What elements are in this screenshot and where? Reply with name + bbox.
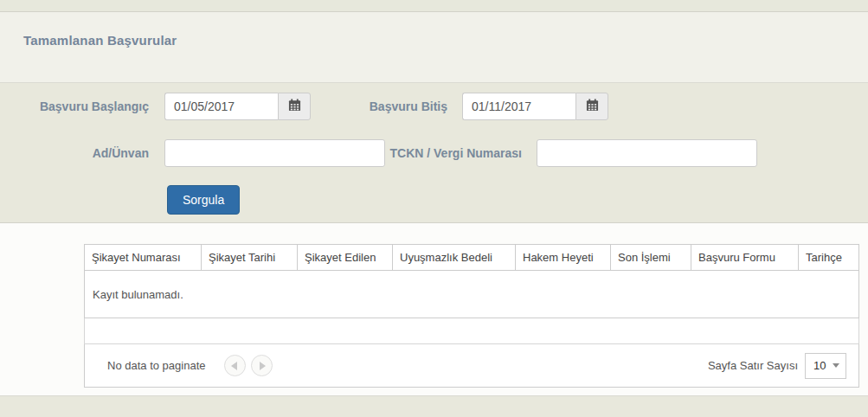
field-tckn: TCKN / Vergi Numarası — [385, 139, 757, 167]
bottom-bar — [0, 395, 868, 417]
column-header-uyusmazlik-bedeli: Uyuşmazlık Bedeli — [393, 245, 516, 271]
start-date-input[interactable] — [164, 93, 278, 120]
tckn-group — [537, 139, 757, 167]
name-input[interactable] — [164, 139, 385, 167]
page-title: Tamamlanan Başvurular — [23, 33, 868, 48]
dropdown-caret-icon — [833, 363, 839, 368]
results-table: Şikayet Numarası Şikayet Tarihi Şikayet … — [84, 244, 859, 388]
next-page-icon — [260, 362, 266, 370]
form-row-texts: Ad/Ünvan TCKN / Vergi Numarası — [0, 139, 868, 167]
start-date-label: Başvuru Başlangıç — [0, 99, 149, 113]
page-size-label: Sayfa Satır Sayısı — [708, 359, 798, 372]
empty-message-row: Kayıt bulunamadı. — [85, 271, 859, 318]
page-size-select[interactable]: 10 — [805, 353, 846, 379]
prev-page-button[interactable] — [224, 355, 246, 376]
form-row-submit: Sorgula — [0, 185, 868, 215]
field-start-date: Başvuru Başlangıç — [0, 93, 311, 120]
column-header-son-islemi: Son İşlemi — [611, 245, 691, 271]
name-group — [164, 139, 385, 167]
top-bar — [0, 0, 868, 12]
end-date-label: Başvuru Bitiş — [311, 99, 447, 113]
column-header-tarihce: Tarihçe — [799, 245, 859, 271]
end-date-group — [462, 93, 608, 120]
column-header-hakem-heyeti: Hakem Heyeti — [516, 245, 611, 271]
field-name: Ad/Ünvan — [0, 139, 385, 167]
start-date-calendar-button[interactable] — [278, 93, 311, 120]
calendar-icon — [586, 99, 599, 115]
results-section: Şikayet Numarası Şikayet Tarihi Şikayet … — [0, 223, 868, 395]
pagination-bar: No data to paginate Sayfa Satır Sayısı 1… — [107, 344, 846, 387]
start-date-group — [164, 93, 311, 120]
pagination-cell: No data to paginate Sayfa Satır Sayısı 1… — [85, 344, 859, 388]
name-label: Ad/Ünvan — [0, 146, 149, 160]
spacer-cell — [85, 318, 859, 344]
spacer-row — [85, 318, 859, 344]
column-header-sikayet-numarasi: Şikayet Numarası — [85, 245, 202, 271]
tckn-label: TCKN / Vergi Numarası — [385, 146, 522, 160]
page-size-value: 10 — [813, 359, 826, 372]
empty-message: Kayıt bulunamadı. — [85, 271, 859, 318]
page-header: Tamamlanan Başvurular — [0, 12, 868, 83]
column-header-sikayet-tarihi: Şikayet Tarihi — [202, 245, 298, 271]
end-date-calendar-button[interactable] — [575, 93, 608, 120]
next-page-button[interactable] — [251, 355, 273, 376]
end-date-input[interactable] — [462, 93, 575, 120]
form-row-dates: Başvuru Başlangıç — [0, 93, 868, 120]
tckn-input[interactable] — [537, 139, 757, 167]
column-header-sikayet-edilen: Şikayet Edilen — [298, 245, 393, 271]
calendar-icon — [288, 99, 301, 115]
column-header-basvuru-formu: Başvuru Formu — [691, 245, 799, 271]
search-filter-form: Başvuru Başlangıç — [0, 83, 868, 223]
prev-page-icon — [231, 362, 237, 370]
button-spacer — [0, 185, 167, 215]
pagination-status: No data to paginate — [107, 359, 205, 372]
table-header-row: Şikayet Numarası Şikayet Tarihi Şikayet … — [85, 245, 859, 271]
field-end-date: Başvuru Bitiş — [311, 93, 608, 120]
sorgula-button[interactable]: Sorgula — [167, 185, 240, 215]
pagination-row: No data to paginate Sayfa Satır Sayısı 1… — [85, 344, 859, 388]
page-size-control: Sayfa Satır Sayısı 10 — [708, 353, 846, 379]
